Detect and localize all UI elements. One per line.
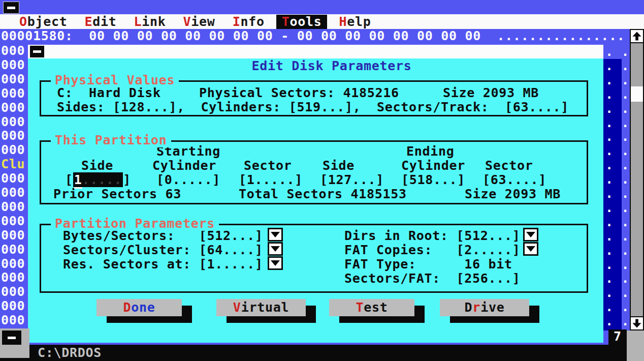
partition-column-header: Sector bbox=[485, 159, 533, 173]
menu-item-info[interactable]: Info bbox=[233, 15, 265, 29]
partition-field-selected[interactable]: [1.....] bbox=[65, 173, 131, 187]
menu-item-view[interactable]: View bbox=[183, 15, 215, 29]
ascii-dots: . . bbox=[605, 144, 629, 158]
physical-size-label: Size 2093 MB bbox=[443, 86, 539, 100]
geometry-fields[interactable]: Sides: [128...], Cylinders: [519...], Se… bbox=[57, 100, 569, 114]
address-rail-row: 000 bbox=[1, 115, 25, 129]
ascii-dots: . . bbox=[605, 244, 629, 258]
arrow-up-icon bbox=[632, 31, 642, 41]
partition-column-header: Cylinder bbox=[401, 159, 465, 173]
address-rail-row: 000 bbox=[1, 72, 25, 86]
param-row[interactable]: FAT Type: 16 bit bbox=[344, 257, 512, 272]
hex-row[interactable]: 00001580: 00 00 00 00 00 00 00 00 - 00 0… bbox=[1, 29, 625, 43]
address-rail-row: 000 bbox=[1, 58, 25, 72]
partition-column-header: Side bbox=[323, 159, 355, 173]
ending-label: Ending bbox=[406, 144, 455, 159]
ascii-dots: . . bbox=[605, 187, 629, 201]
address-rail-row: 000 bbox=[1, 101, 25, 115]
address-rail-row: 000 bbox=[1, 270, 25, 285]
ascii-dots: . . bbox=[605, 229, 629, 244]
disk-editor-screen: Disk Editor ObjectEditLinkViewInfoToolsH… bbox=[0, 0, 644, 361]
test-button[interactable]: Test bbox=[329, 299, 414, 316]
param-row[interactable]: Dirs in Root: [512...] bbox=[344, 229, 521, 243]
dropdown-arrow-icon bbox=[526, 232, 535, 237]
address-rail-row: 000 bbox=[1, 313, 25, 327]
arrow-down-icon bbox=[632, 318, 642, 328]
scroll-down-button[interactable] bbox=[630, 316, 644, 330]
address-rail-row: 000 bbox=[1, 228, 25, 243]
ascii-dots: . . bbox=[605, 215, 629, 229]
ascii-dots: . . bbox=[605, 59, 629, 73]
param-row[interactable]: Res. Sectors at: [1.....] bbox=[63, 257, 263, 272]
partition-parameters-title: Partition Parameters bbox=[51, 217, 219, 231]
prior-sectors-label: Prior Sectors 63 bbox=[53, 187, 181, 201]
virtual-button[interactable]: Virtual bbox=[216, 299, 306, 316]
menu-item-help[interactable]: Help bbox=[339, 15, 371, 29]
ascii-dots: . . bbox=[605, 314, 629, 328]
address-rail-row: 000 bbox=[1, 171, 25, 186]
address-rail-row: 000 bbox=[1, 257, 25, 271]
dropdown-button[interactable] bbox=[268, 228, 283, 242]
address-rail-row: 000 bbox=[1, 129, 25, 143]
partition-field[interactable]: [0.....] bbox=[156, 173, 220, 187]
dialog-close-button[interactable] bbox=[30, 46, 44, 57]
partition-field[interactable]: [127...] bbox=[320, 173, 384, 187]
address-rail-row: 000 bbox=[1, 285, 25, 299]
dropdown-button[interactable] bbox=[268, 256, 283, 270]
partition-field[interactable]: [63....] bbox=[482, 173, 546, 187]
dropdown-arrow-icon bbox=[271, 260, 280, 266]
total-sectors-label: Total Sectors 4185153 bbox=[239, 187, 407, 201]
partition-field[interactable]: [1.....] bbox=[239, 173, 303, 187]
title-bar: Disk Editor bbox=[0, 0, 644, 15]
physical-values-title: Physical Values bbox=[51, 73, 179, 87]
dialog-title: Edit Disk Parameters bbox=[251, 58, 411, 73]
address-rail-row: 000 bbox=[1, 143, 25, 157]
ascii-dots: . . bbox=[605, 258, 629, 272]
ascii-dots: . . bbox=[605, 272, 629, 286]
dialog-title-bar: Edit Disk Parameters bbox=[28, 45, 603, 58]
ascii-dots: . . bbox=[605, 116, 629, 130]
button-face: Test bbox=[329, 299, 414, 316]
bottom-right-corner bbox=[627, 330, 644, 361]
done-button[interactable]: Done bbox=[96, 299, 182, 316]
menu-bar: ObjectEditLinkViewInfoToolsHelp bbox=[0, 14, 644, 29]
resize-corner-icon bbox=[8, 337, 16, 339]
partition-column-header: Sector bbox=[244, 159, 292, 173]
button-face: Done bbox=[96, 299, 182, 316]
menu-item-edit[interactable]: Edit bbox=[85, 15, 117, 29]
ascii-dots: . . bbox=[605, 45, 629, 59]
dropdown-arrow-icon bbox=[271, 246, 280, 252]
address-rail-row: 000 bbox=[1, 243, 25, 257]
resize-corner-button[interactable] bbox=[2, 330, 21, 345]
dropdown-button[interactable] bbox=[523, 242, 538, 256]
menu-item-tools[interactable]: Tools bbox=[276, 15, 328, 29]
param-row[interactable]: Sectors/Cluster: [64....] bbox=[63, 243, 263, 257]
offset-readout: Offset 5,795, hex 16A3 bbox=[415, 346, 624, 361]
button-face: Virtual bbox=[216, 299, 306, 316]
physical-sectors-label: Physical Sectors: 4185216 bbox=[199, 86, 399, 100]
partition-column-header: Cylinder bbox=[152, 159, 216, 173]
drive-button[interactable]: Drive bbox=[440, 299, 529, 316]
param-row[interactable]: Bytes/Sectors: [512...] bbox=[63, 229, 263, 243]
address-rail-row: 000 bbox=[1, 86, 25, 101]
dropdown-button[interactable] bbox=[523, 228, 538, 242]
menu-item-link[interactable]: Link bbox=[134, 15, 166, 29]
scroll-up-button[interactable] bbox=[630, 29, 644, 43]
dropdown-arrow-icon bbox=[271, 232, 280, 237]
param-row[interactable]: FAT Copies: [2.....] bbox=[344, 243, 521, 257]
address-rail-row: 000 bbox=[1, 299, 25, 313]
address-rail-row: 000 bbox=[1, 44, 25, 58]
param-row[interactable]: Sectors/FAT: [256...] bbox=[344, 272, 521, 286]
address-rail-row: Clu bbox=[1, 157, 25, 171]
system-menu-button[interactable] bbox=[3, 2, 19, 14]
partition-field[interactable]: [518...] bbox=[401, 173, 465, 187]
ascii-dots: . . bbox=[605, 172, 629, 187]
system-menu-icon bbox=[7, 7, 15, 9]
scrollbar-thumb[interactable] bbox=[631, 86, 643, 102]
current-path: C:\DRDOS bbox=[38, 346, 102, 360]
address-rail-row: 000 bbox=[1, 214, 25, 228]
ascii-dots: . . bbox=[605, 87, 629, 102]
dropdown-button[interactable] bbox=[268, 242, 283, 256]
ascii-dots: . . bbox=[605, 300, 629, 314]
menu-item-object[interactable]: Object bbox=[19, 15, 68, 29]
